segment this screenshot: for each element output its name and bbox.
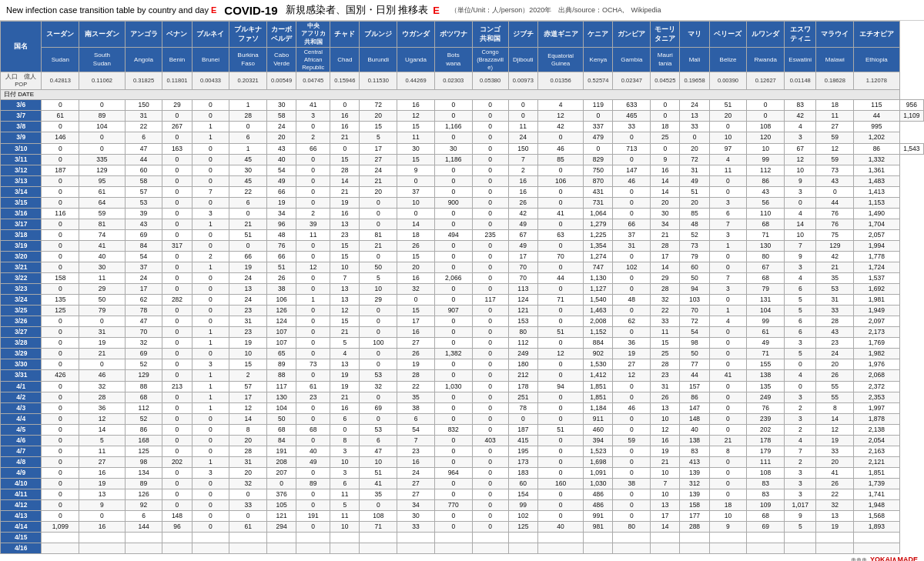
data-cell: 251 xyxy=(508,392,537,402)
data-cell: 71 xyxy=(747,349,785,359)
data-cell: 72 xyxy=(360,100,397,111)
data-cell: 0 xyxy=(709,413,747,424)
data-cell: 11 xyxy=(296,229,330,240)
data-cell: 0 xyxy=(162,111,192,122)
data-cell: 20 xyxy=(816,456,854,467)
data-cell: 38 xyxy=(267,284,296,295)
date-cell: 3/8 xyxy=(1,122,42,132)
data-cell: 113 xyxy=(508,284,537,295)
data-cell: 68 xyxy=(267,424,296,435)
data-cell: 0 xyxy=(434,186,472,197)
data-cell: 21 xyxy=(330,132,360,143)
data-cell: 28 xyxy=(397,370,435,381)
data-cell: 24 xyxy=(229,295,267,306)
data-cell: 27 xyxy=(360,154,397,165)
data-cell: 0 xyxy=(162,284,192,295)
table-row: 4/12099200331050503477009904860131581810… xyxy=(1,500,924,511)
data-cell: 68 xyxy=(747,219,785,229)
date-cell: 4/7 xyxy=(1,446,42,456)
col-cabo-en: CaboVerde xyxy=(267,48,296,72)
data-cell: 57 xyxy=(125,186,162,197)
data-cell: 148 xyxy=(162,511,192,522)
data-cell: 24 xyxy=(267,122,296,132)
table-row: 3/91460601620221511002404790250101203591… xyxy=(1,132,924,143)
data-cell: 23 xyxy=(816,338,854,349)
data-cell: 35 xyxy=(816,273,854,284)
table-row: 4/103288213157117611932221,0300178941,85… xyxy=(1,381,924,392)
ja-title: 新規感染者、国別・日別 推移表 xyxy=(286,3,429,17)
data-cell: 1,778 xyxy=(854,251,899,262)
data-cell: 147 xyxy=(613,165,651,175)
table-row: 4/303611201121040166938007801,1844613147… xyxy=(1,402,924,413)
data-cell: 153 xyxy=(508,316,537,327)
data-cell: 24 xyxy=(680,100,709,111)
data-cell: 53 xyxy=(360,370,397,381)
data-cell: 0 xyxy=(709,327,747,338)
data-cell: 1 xyxy=(192,381,229,392)
data-cell: 1,153 xyxy=(854,197,899,208)
data-cell: 68 xyxy=(747,511,785,522)
data-cell: 21 xyxy=(330,327,360,338)
data-cell: 907 xyxy=(434,306,472,316)
data-cell: 0 xyxy=(434,456,472,467)
data-cell: 1,698 xyxy=(584,456,613,467)
data-cell: 89 xyxy=(79,111,125,122)
data-cell: 103 xyxy=(680,295,709,306)
data-cell: 0 xyxy=(613,413,651,424)
data-cell: 69 xyxy=(125,229,162,240)
data-cell: 10 xyxy=(651,467,680,478)
data-cell: 112 xyxy=(747,165,785,175)
data-cell: 79 xyxy=(747,284,785,295)
data-cell: 9 xyxy=(651,154,680,165)
data-cell: 32 xyxy=(79,381,125,392)
data-cell: 1,724 xyxy=(854,262,899,273)
date-cell: 4/4 xyxy=(1,413,42,424)
data-cell: 0 xyxy=(537,402,583,413)
data-cell: 0 xyxy=(434,478,472,489)
data-cell: 28 xyxy=(229,446,267,456)
data-cell: 1,741 xyxy=(854,489,899,500)
header-title-text: New infection case transition table by c… xyxy=(6,5,216,15)
table-row: 3/20040540266660150150017701,27401779080… xyxy=(1,251,924,262)
data-cell: 0 xyxy=(397,175,435,186)
data-cell: 76 xyxy=(747,402,785,413)
data-cell: 0 xyxy=(613,467,651,478)
data-cell: 53 xyxy=(816,284,854,295)
data-cell: 42 xyxy=(816,251,854,262)
data-cell: 12 xyxy=(229,402,267,413)
col-mauritania-ja: モーリタニア xyxy=(651,22,680,48)
data-cell: 0 xyxy=(330,100,360,111)
data-cell: 187 xyxy=(508,424,537,435)
data-cell: 0 xyxy=(613,197,651,208)
data-cell: 2,353 xyxy=(854,392,899,402)
data-cell: 10 xyxy=(651,489,680,500)
data-cell: 10 xyxy=(651,413,680,424)
data-cell: 4 xyxy=(785,435,816,446)
data-cell: 294 xyxy=(267,522,296,533)
data-cell: 0 xyxy=(434,316,472,327)
data-cell: 5 xyxy=(79,435,125,446)
data-cell: 51 xyxy=(680,186,709,197)
table-row: 3/221581124002426075162,066070441,130029… xyxy=(1,273,924,284)
col-benin-ja: ベナン xyxy=(162,22,192,48)
data-cell: 1 xyxy=(192,392,229,402)
data-cell: 0 xyxy=(192,478,229,489)
data-cell xyxy=(508,543,537,554)
data-cell: 0 xyxy=(613,273,651,284)
data-cell: 403 xyxy=(472,435,508,446)
data-cell: 54 xyxy=(267,165,296,175)
col-angola-en: Angola xyxy=(125,48,162,72)
data-cell: 0 xyxy=(434,262,472,273)
data-cell: 44 xyxy=(125,154,162,165)
data-cell: 884 xyxy=(584,338,613,349)
data-cell: 30 xyxy=(397,143,435,154)
data-cell: 0 xyxy=(42,511,79,522)
data-cell: 0 xyxy=(709,424,747,435)
data-cell: 991 xyxy=(584,511,613,522)
date-cell: 3/27 xyxy=(1,327,42,338)
data-cell: 22 xyxy=(397,381,435,392)
data-cell: 1,099 xyxy=(42,522,79,533)
data-cell: 0 xyxy=(42,122,79,132)
data-cell: 1,893 xyxy=(854,522,899,533)
data-cell: 21 xyxy=(330,392,360,402)
